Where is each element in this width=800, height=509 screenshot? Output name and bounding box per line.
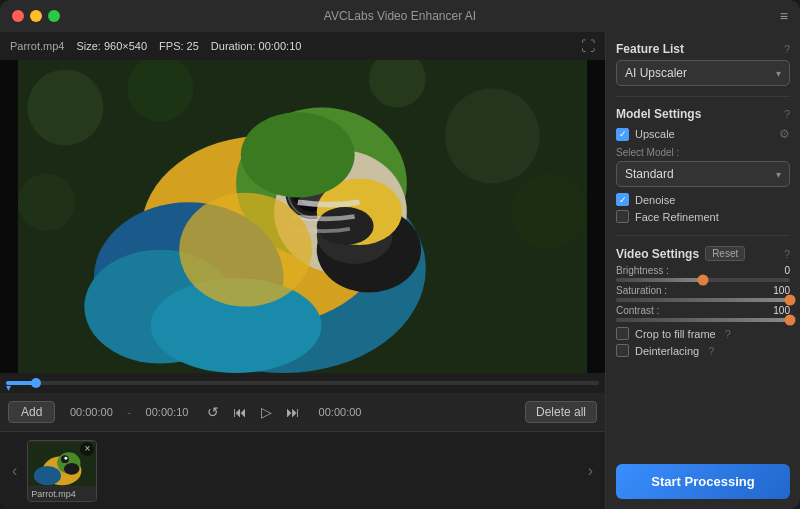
saturation-fill bbox=[616, 298, 790, 302]
model-settings-info-icon[interactable]: ? bbox=[784, 108, 790, 120]
title-bar: AVCLabs Video Enhancer AI ≡ bbox=[0, 0, 800, 32]
brightness-thumb[interactable] bbox=[698, 275, 709, 286]
crop-row: Crop to fill frame ? bbox=[616, 325, 790, 342]
upscale-checkbox[interactable] bbox=[616, 128, 629, 141]
saturation-slider[interactable] bbox=[616, 298, 790, 302]
select-model-label: Select Model : bbox=[616, 147, 790, 158]
deinterlacing-row: Deinterlacing ? bbox=[616, 342, 790, 359]
filmstrip-close-button[interactable]: × bbox=[80, 442, 94, 456]
deinterlacing-checkbox[interactable] bbox=[616, 344, 629, 357]
feature-list-header: Feature List ? bbox=[616, 42, 790, 56]
video-settings-info-icon[interactable]: ? bbox=[784, 248, 790, 260]
upscale-label: Upscale bbox=[635, 128, 675, 140]
filmstrip-item[interactable]: Parrot.mp4 × bbox=[27, 440, 97, 502]
denoise-label: Denoise bbox=[635, 194, 675, 206]
right-panel: Feature List ? AI Upscaler ▾ Model Setti… bbox=[605, 32, 800, 509]
progress-track[interactable] bbox=[6, 381, 599, 385]
model-dropdown-arrow-icon: ▾ bbox=[776, 169, 781, 180]
model-selected: Standard bbox=[625, 167, 674, 181]
reset-button[interactable]: Reset bbox=[705, 246, 745, 261]
brightness-slider[interactable] bbox=[616, 278, 790, 282]
current-time-display: 00:00:00 bbox=[310, 406, 370, 418]
model-settings-header: Model Settings ? bbox=[616, 107, 790, 121]
filmstrip-area: ‹ Parrot.mp4 bbox=[0, 431, 605, 509]
crop-label: Crop to fill frame bbox=[635, 328, 716, 340]
video-preview bbox=[0, 60, 605, 373]
main-layout: Parrot.mp4 Size: 960×540 FPS: 25 Duratio… bbox=[0, 32, 800, 509]
start-button-container: Start Processing bbox=[616, 367, 790, 499]
start-processing-button[interactable]: Start Processing bbox=[616, 464, 790, 499]
crop-checkbox[interactable] bbox=[616, 327, 629, 340]
play-button[interactable]: ▷ bbox=[257, 402, 276, 422]
dropdown-arrow-icon: ▾ bbox=[776, 68, 781, 79]
filmstrip-scroll-right-icon[interactable]: › bbox=[584, 458, 597, 484]
maximize-button[interactable] bbox=[48, 10, 60, 22]
upscale-settings-icon[interactable]: ⚙ bbox=[779, 127, 790, 141]
brightness-fill bbox=[616, 278, 703, 282]
feature-list-section: Feature List ? AI Upscaler ▾ bbox=[616, 42, 790, 86]
time-start-display: 00:00:00 bbox=[61, 406, 121, 418]
time-end-display: 00:00:10 bbox=[137, 406, 197, 418]
video-settings-section: Video Settings Reset ? Brightness : 0 bbox=[616, 246, 790, 359]
next-frame-button[interactable]: ⏭ bbox=[282, 402, 304, 422]
fps-info: FPS: 25 bbox=[159, 40, 199, 52]
contrast-thumb[interactable] bbox=[785, 315, 796, 326]
divider-2 bbox=[616, 235, 790, 236]
face-refinement-checkbox[interactable] bbox=[616, 210, 629, 223]
feature-list-info-icon[interactable]: ? bbox=[784, 43, 790, 55]
contrast-label-row: Contrast : 100 bbox=[616, 305, 790, 316]
brightness-label: Brightness : bbox=[616, 265, 669, 276]
video-info-bar: Parrot.mp4 Size: 960×540 FPS: 25 Duratio… bbox=[0, 32, 605, 60]
contrast-label: Contrast : bbox=[616, 305, 659, 316]
deinterlacing-info-icon[interactable]: ? bbox=[708, 345, 714, 357]
duration-info: Duration: 00:00:10 bbox=[211, 40, 302, 52]
svg-point-3 bbox=[445, 88, 540, 183]
svg-point-29 bbox=[64, 463, 80, 475]
filmstrip-item-label: Parrot.mp4 bbox=[28, 487, 96, 501]
svg-point-23 bbox=[179, 193, 312, 307]
controls-bar: Add 00:00:00 - 00:00:10 ↺ ⏮ ▷ ⏭ 00:00:00… bbox=[0, 393, 605, 431]
svg-point-32 bbox=[34, 465, 61, 484]
divider-1 bbox=[616, 96, 790, 97]
filmstrip-scroll-left-icon[interactable]: ‹ bbox=[8, 458, 21, 484]
face-refinement-row: Face Refinement bbox=[616, 208, 790, 225]
time-separator: - bbox=[127, 406, 131, 418]
video-canvas bbox=[0, 60, 605, 373]
svg-point-21 bbox=[317, 207, 374, 245]
filmstrip-items: Parrot.mp4 × bbox=[27, 440, 577, 502]
left-panel: Parrot.mp4 Size: 960×540 FPS: 25 Duratio… bbox=[0, 32, 605, 509]
svg-point-31 bbox=[65, 456, 68, 459]
progress-thumb[interactable] bbox=[31, 378, 41, 388]
model-settings-title: Model Settings bbox=[616, 107, 701, 121]
progress-area[interactable]: ▾ bbox=[0, 373, 605, 393]
denoise-checkbox[interactable] bbox=[616, 193, 629, 206]
traffic-lights[interactable] bbox=[12, 10, 60, 22]
saturation-slider-row: Saturation : 100 bbox=[616, 285, 790, 302]
model-dropdown[interactable]: Standard ▾ bbox=[616, 161, 790, 187]
denoise-row: Denoise bbox=[616, 191, 790, 208]
add-button[interactable]: Add bbox=[8, 401, 55, 423]
svg-point-5 bbox=[18, 174, 75, 231]
minimize-button[interactable] bbox=[30, 10, 42, 22]
feature-list-selected: AI Upscaler bbox=[625, 66, 687, 80]
saturation-thumb[interactable] bbox=[785, 295, 796, 306]
saturation-label: Saturation : bbox=[616, 285, 667, 296]
feature-list-dropdown[interactable]: AI Upscaler ▾ bbox=[616, 60, 790, 86]
brightness-value: 0 bbox=[784, 265, 790, 276]
contrast-fill bbox=[616, 318, 790, 322]
model-settings-section: Model Settings ? Upscale ⚙ Select Model … bbox=[616, 107, 790, 225]
face-refinement-label: Face Refinement bbox=[635, 211, 719, 223]
close-button[interactable] bbox=[12, 10, 24, 22]
filename-label: Parrot.mp4 bbox=[10, 40, 64, 52]
window-title: AVCLabs Video Enhancer AI bbox=[324, 9, 476, 23]
expand-icon[interactable]: ⛶ bbox=[581, 38, 595, 54]
brightness-slider-row: Brightness : 0 bbox=[616, 265, 790, 282]
size-info: Size: 960×540 bbox=[76, 40, 147, 52]
deinterlacing-label: Deinterlacing bbox=[635, 345, 699, 357]
contrast-slider[interactable] bbox=[616, 318, 790, 322]
delete-all-button[interactable]: Delete all bbox=[525, 401, 597, 423]
crop-info-icon[interactable]: ? bbox=[725, 328, 731, 340]
prev-frame-button[interactable]: ⏮ bbox=[229, 402, 251, 422]
menu-icon[interactable]: ≡ bbox=[780, 8, 788, 24]
loop-button[interactable]: ↺ bbox=[203, 402, 223, 422]
